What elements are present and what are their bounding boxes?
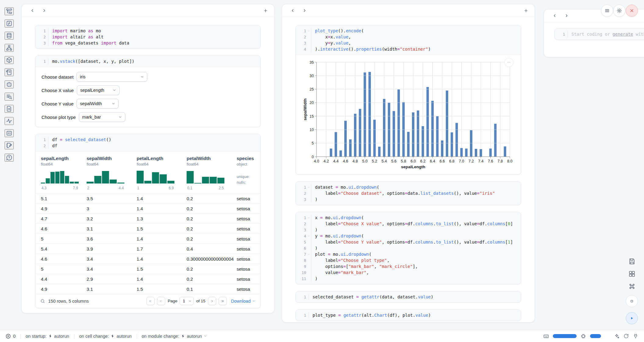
code-editor[interactable]: 1plot_type = getattr(alt.Chart(df), plot… [296, 310, 521, 321]
notebook-cell-vstack[interactable]: 1mo.vstack([dataset, x, y, plot])Choose … [35, 55, 261, 127]
prev-cell-button[interactable] [287, 7, 299, 15]
next-cell-button[interactable] [38, 7, 50, 15]
code-editor[interactable]: 1plot_type().encode(2 x=x.value,3 y=y.va… [296, 25, 521, 55]
code-token: (), value [454, 191, 477, 196]
fold-toggle[interactable] [306, 30, 311, 32]
sidebar-item-log-search[interactable] [5, 93, 14, 101]
plug-button[interactable] [633, 333, 639, 339]
code-editor[interactable]: 1dataset = mo.ui.dropdown(2 label="Choos… [296, 182, 521, 205]
save-button[interactable] [628, 258, 636, 265]
fold-toggle[interactable] [306, 186, 311, 189]
table-row[interactable]: 4.42.91.40.2setosa [35, 274, 260, 284]
notebook-cell-plot-type[interactable]: 1plot_type = getattr(alt.Chart(df), plot… [295, 309, 521, 321]
notebook-cell-plot[interactable]: 1plot_type().encode(2 x=x.value,3 y=y.va… [295, 25, 521, 175]
sidebar-item-scroll[interactable] [5, 68, 14, 76]
download-button[interactable]: Download [231, 299, 256, 304]
notebook-cell-dataset-dropdown[interactable]: 1dataset = mo.ui.dropdown(2 label="Choos… [295, 181, 521, 205]
table-row[interactable]: 4.93.11.50.1setosa [35, 284, 260, 294]
sidebar-item-activity[interactable] [5, 117, 14, 125]
last-page-button[interactable] [219, 297, 227, 305]
code-token: ui [341, 252, 346, 257]
code-token: vega_datasets [63, 41, 101, 45]
notebook-cell-xyplot-dropdowns[interactable]: 1x = mo.ui.dropdown(2 label="Choose X va… [295, 212, 521, 284]
sparkles-button[interactable] [614, 333, 620, 339]
empty-code-cell[interactable]: 1 Start coding or generate with AI. [554, 28, 644, 40]
search-icon[interactable] [40, 299, 45, 304]
refresh-button[interactable] [623, 333, 629, 339]
chevron-left-icon [553, 13, 557, 18]
table-column-header[interactable]: speciesobjectunique:nulls: [237, 156, 260, 190]
code-token: dropdown [349, 252, 369, 257]
menu-button[interactable] [601, 5, 613, 17]
runtime-config-item[interactable]: on startup:autorun [26, 334, 69, 339]
code-editor[interactable]: 1x = mo.ui.dropdown(2 label="Choose X va… [296, 212, 521, 284]
table-row[interactable]: 53.61.40.2setosa [35, 233, 260, 244]
dropdown-choose-y-value[interactable]: sepalWidth [77, 99, 119, 109]
add-cell-button[interactable] [522, 7, 530, 15]
prev-page-button[interactable] [157, 297, 165, 305]
code-line: 1plot_type = getattr(alt.Chart(df), plot… [296, 312, 521, 318]
sidebar-item-package[interactable] [5, 56, 14, 64]
command-button[interactable] [628, 283, 636, 290]
stop-button[interactable] [626, 295, 638, 307]
sidebar-item-document[interactable] [5, 105, 14, 113]
table-row[interactable]: 4.73.21.30.2setosa [35, 213, 260, 223]
dropdown-choose-plot-type[interactable]: mark_bar [79, 112, 125, 122]
next-cell-button[interactable] [560, 12, 572, 20]
table-column-header[interactable]: petalWidthfloat640.12.5 [187, 156, 237, 190]
code-content: y = mo.ui.dropdown( [311, 233, 364, 239]
generate-link[interactable]: generate [613, 32, 633, 37]
dropdown-choose-x-value[interactable]: sepalLength [77, 85, 120, 95]
bar-chart[interactable]: 4.04.24.44.64.85.05.25.45.65.86.06.26.46… [302, 59, 513, 171]
next-page-button[interactable] [208, 297, 216, 305]
layout-grid-button[interactable] [628, 270, 636, 278]
run-button[interactable] [626, 312, 638, 324]
code-token: () [106, 137, 111, 142]
code-editor[interactable]: 1df = selected_dataset()2df [35, 134, 260, 151]
code-editor[interactable]: 1 Start coding or generate with AI. [555, 29, 644, 40]
sidebar-item-file-tree[interactable] [5, 7, 14, 15]
fold-toggle[interactable] [306, 216, 311, 219]
table-cell: setosa [237, 236, 260, 241]
dropdown-choose-dataset[interactable]: iris [77, 72, 147, 82]
notebook-cell-selected-dataset[interactable]: 1selected_dataset = getattr(data, datase… [295, 291, 521, 303]
sidebar-item-snippets[interactable] [5, 129, 14, 137]
table-row[interactable]: 4.63.41.40.30000000000000004setosa [35, 254, 260, 264]
close-button[interactable] [626, 5, 638, 17]
column-histogram [187, 169, 224, 183]
fold-toggle[interactable] [306, 235, 311, 237]
gear-button[interactable] [613, 5, 625, 17]
sidebar-item-help[interactable] [5, 154, 14, 162]
sidebar-item-database[interactable] [5, 32, 14, 40]
table-column-header[interactable]: sepalWidthfloat6424.4 [87, 156, 137, 190]
code-token: (alt. [361, 313, 374, 318]
sidebar-item-notebook-edit[interactable] [5, 141, 14, 149]
page-select[interactable]: 1 [180, 297, 194, 305]
table-row[interactable]: 5.43.91.70.4setosa [35, 244, 260, 254]
table-row[interactable]: 4.63.11.50.2setosa [35, 223, 260, 233]
notebook-cell-imports[interactable]: 1import marimo as mo2import altair as al… [35, 25, 261, 49]
runtime-config-item[interactable]: on module change:autorun [142, 334, 207, 339]
error-indicator[interactable]: 0 [5, 333, 16, 339]
notebook-cell-dataframe[interactable]: 1df = selected_dataset()2dfsepalLengthfl… [35, 134, 261, 308]
first-page-button[interactable] [146, 297, 155, 305]
code-editor[interactable]: 1mo.vstack([dataset, x, y, plot]) [35, 56, 260, 67]
sidebar-item-functions[interactable] [5, 20, 14, 27]
code-editor[interactable]: 1selected_dataset = getattr(data, datase… [296, 291, 521, 302]
fold-toggle[interactable] [306, 253, 311, 256]
sidebar-item-chatbot[interactable] [5, 80, 14, 88]
code-content: x=x.value, [311, 34, 351, 40]
runtime-config-item[interactable]: on cell change:autorun [79, 334, 132, 339]
table-row[interactable]: 5.13.51.40.2setosa [35, 193, 260, 203]
add-cell-button[interactable] [261, 7, 270, 15]
prev-cell-button[interactable] [27, 7, 38, 15]
table-column-header[interactable]: sepalLengthfloat644.37.9 [41, 156, 87, 190]
code-editor[interactable]: 1import marimo as mo2import altair as al… [35, 25, 260, 48]
table-row[interactable]: 53.41.50.2setosa [35, 264, 260, 274]
chart-actions-button[interactable] [504, 58, 513, 67]
next-cell-button[interactable] [299, 7, 310, 15]
prev-cell-button[interactable] [549, 12, 560, 20]
table-row[interactable]: 4.931.40.2setosa [35, 203, 260, 213]
sidebar-item-sitemap[interactable] [5, 44, 14, 52]
table-column-header[interactable]: petalLengthfloat6416.9 [137, 156, 187, 190]
